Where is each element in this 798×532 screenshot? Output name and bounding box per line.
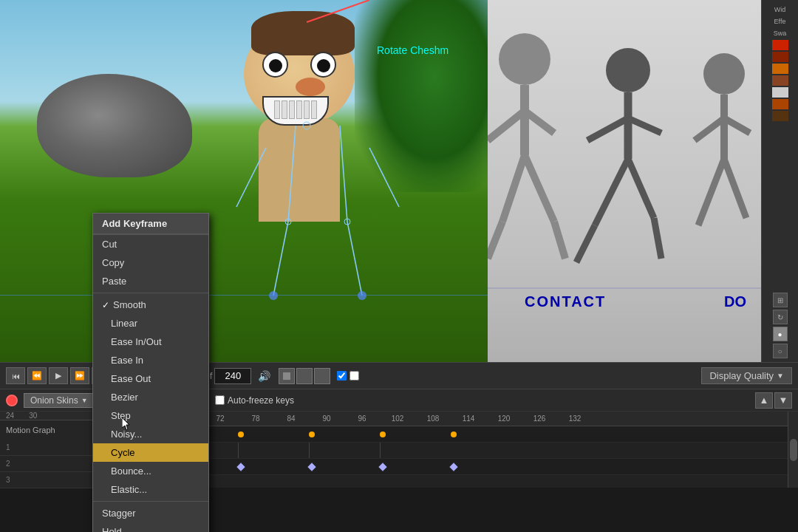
total-frames-input[interactable] <box>214 368 251 384</box>
play-button[interactable]: ▶ <box>49 367 68 384</box>
sidebar-icon-2[interactable]: ↻ <box>773 310 788 324</box>
sidebar-icon-3[interactable]: ● <box>773 327 788 341</box>
color-swatch-6[interactable] <box>772 99 788 109</box>
svg-line-27 <box>654 218 661 259</box>
timeline-arrow-up[interactable]: ▲ <box>755 392 773 409</box>
timeline-arrow-down[interactable]: ▼ <box>774 392 792 409</box>
frame-num-120: 120 <box>486 415 522 423</box>
rewind-button[interactable]: ⏮ <box>6 367 25 384</box>
character-nose <box>296 78 325 96</box>
display-quality-btn[interactable]: Display Quality ▼ <box>701 367 792 384</box>
menu-cycle[interactable]: Cycle <box>93 443 208 462</box>
svg-point-20 <box>606 48 650 92</box>
color-swatch-4[interactable] <box>772 75 788 86</box>
menu-hold[interactable]: Hold... <box>93 522 208 532</box>
character-hat <box>251 11 355 55</box>
onion-skins-btn[interactable]: Onion Skins ▼ <box>24 393 95 408</box>
step-back-button[interactable]: ⏪ <box>27 367 47 384</box>
timeline-row-nums: 1 2 3 <box>0 440 95 488</box>
menu-separator-2 <box>93 293 208 293</box>
volume-icon[interactable]: 🔊 <box>258 370 270 382</box>
tick-2-2 <box>238 443 239 458</box>
color-swatch-7[interactable] <box>772 111 788 121</box>
timeline-frame-ref: 24 30 <box>0 412 95 420</box>
character-eye-left <box>262 52 288 78</box>
menu-ease-out[interactable]: Ease Out <box>93 369 208 388</box>
menu-bounce[interactable]: Bounce... <box>93 462 208 480</box>
row-num-2: 2 <box>0 456 95 472</box>
svg-line-30 <box>695 118 724 140</box>
sidebar-icon-1[interactable]: ⊞ <box>773 293 788 307</box>
chevron-down-icon: ▼ <box>777 372 784 380</box>
character-mouth <box>262 96 329 126</box>
keyframe-1-2[interactable] <box>238 432 244 437</box>
color-swatch-5[interactable] <box>772 87 788 98</box>
svg-line-33 <box>724 159 746 218</box>
menu-noisy[interactable]: Noisy... <box>93 425 208 443</box>
auto-freeze-check[interactable] <box>215 395 225 405</box>
keyframe-3-3[interactable] <box>307 463 316 471</box>
auto-freeze-label[interactable]: Auto-freeze keys <box>215 395 294 406</box>
svg-line-19 <box>554 222 565 259</box>
keyframe-3-2[interactable] <box>236 463 245 471</box>
keyframe-3-4[interactable] <box>378 463 386 471</box>
frame-num-126: 126 <box>522 415 557 423</box>
step-forward-button[interactable]: ⏩ <box>70 367 89 384</box>
tick-2-3 <box>309 443 310 458</box>
menu-ease-in[interactable]: Ease In <box>93 351 208 369</box>
tick-2-4 <box>380 443 381 458</box>
menu-paste[interactable]: Paste <box>93 272 208 290</box>
keyframe-1-4[interactable] <box>380 432 386 437</box>
menu-bezier[interactable]: Bezier <box>93 388 208 406</box>
view-mode-2[interactable] <box>296 368 313 384</box>
menu-add-keyframe[interactable]: Add Keyframe <box>93 214 208 234</box>
keyframe-1-5[interactable] <box>451 432 457 437</box>
menu-smooth[interactable]: ✓ Smooth <box>93 296 208 314</box>
keyframe-3-5[interactable] <box>449 463 457 471</box>
svg-line-16 <box>502 155 525 222</box>
color-swatch-3[interactable] <box>772 64 788 74</box>
frame-num-114: 114 <box>451 415 486 423</box>
svg-line-31 <box>724 118 750 133</box>
frame-num-96: 96 <box>344 415 380 423</box>
color-swatch-1[interactable] <box>772 40 788 50</box>
row-num-3: 3 <box>0 472 95 488</box>
menu-stagger[interactable]: Stagger <box>93 504 208 522</box>
view-mode-1[interactable] <box>279 368 295 384</box>
menu-step[interactable]: Step <box>93 406 208 425</box>
walk-panel: CONTACT DO <box>488 0 761 362</box>
svg-line-26 <box>576 225 595 262</box>
blue-guide-line <box>0 295 488 296</box>
frame-num-84: 84 <box>273 415 309 423</box>
svg-line-22 <box>587 118 628 140</box>
check-2[interactable] <box>349 371 359 381</box>
sidebar-icon-4[interactable]: ○ <box>773 344 788 358</box>
svg-line-32 <box>698 159 724 225</box>
view-mode-3[interactable] <box>314 368 330 384</box>
foliage-right <box>355 0 488 192</box>
menu-copy[interactable]: Copy <box>93 253 208 272</box>
check-1[interactable] <box>337 371 347 381</box>
menu-cut[interactable]: Cut <box>93 235 208 253</box>
menu-separator-3 <box>93 501 208 502</box>
menu-linear[interactable]: Linear <box>93 314 208 332</box>
frame-num-132: 132 <box>557 415 593 423</box>
menu-elastic[interactable]: Elastic... <box>93 480 208 499</box>
keyframe-1-3[interactable] <box>309 432 315 437</box>
scene-panel: Rotate Cheshm <box>0 0 488 362</box>
svg-point-28 <box>703 53 745 95</box>
row-num-1: 1 <box>0 440 95 456</box>
menu-ease-in-out[interactable]: Ease In/Out <box>93 332 208 351</box>
svg-line-17 <box>525 155 554 222</box>
svg-line-14 <box>488 111 525 140</box>
color-swatch-2[interactable] <box>772 52 788 62</box>
svg-line-25 <box>628 159 654 218</box>
timeline-scrollbar[interactable] <box>788 412 798 488</box>
character-eye-right <box>310 52 336 78</box>
rotate-label: Rotate Cheshm <box>377 44 449 56</box>
motion-graph-label: Motion Graph <box>0 420 95 440</box>
svg-line-24 <box>595 159 628 225</box>
right-sidebar: Wid Effe Swa ⊞ ↻ ● ○ <box>761 0 798 362</box>
walk-figures-svg: CONTACT DO <box>488 0 761 362</box>
playback-indicator <box>6 395 18 406</box>
